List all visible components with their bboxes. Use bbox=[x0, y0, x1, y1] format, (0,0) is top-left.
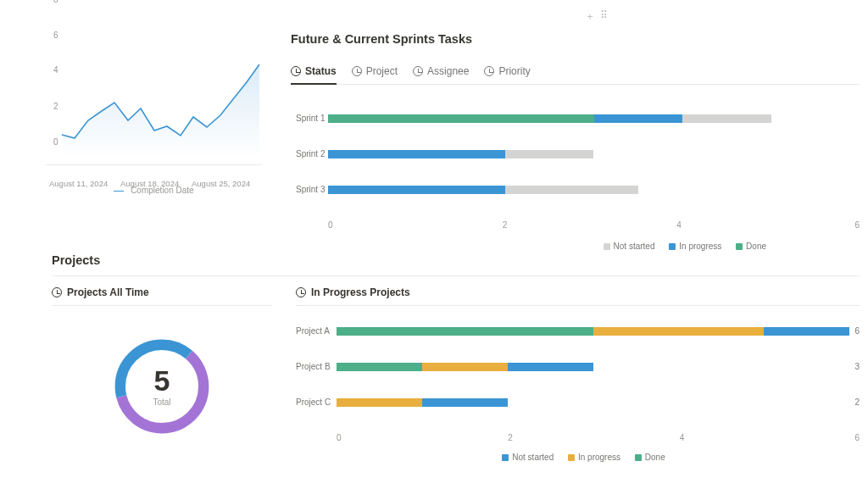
status-icon bbox=[291, 66, 301, 76]
inprog-title: In Progress Projects bbox=[296, 286, 860, 306]
bar-seg-inprogress bbox=[593, 327, 765, 336]
tab-status[interactable]: Status bbox=[291, 61, 337, 85]
block-handles[interactable]: ＋ ⠿ bbox=[585, 9, 608, 24]
inprog-bar-legend: Not started In progress Done bbox=[296, 453, 860, 462]
line-chart-svg bbox=[58, 0, 261, 158]
clock-icon bbox=[52, 287, 62, 297]
bar-seg-inprogress bbox=[328, 150, 505, 158]
bar-seg-inprogress bbox=[337, 398, 422, 407]
projects-alltime-panel: Projects All Time 5 Total bbox=[52, 286, 272, 442]
inprog-bar-row: Project C 2 bbox=[296, 397, 860, 407]
legend-sw-done bbox=[736, 243, 743, 250]
bar-seg-notstarted bbox=[505, 186, 638, 194]
bar-seg-notstarted bbox=[505, 150, 594, 158]
bar-seg-notstarted bbox=[682, 114, 771, 123]
bar-seg-inprogress bbox=[422, 363, 508, 371]
legend-sw-inprogress bbox=[669, 243, 676, 250]
inprog-bar-row: Project A 6 bbox=[296, 326, 860, 336]
line-chart-legend: Completion Date bbox=[46, 186, 262, 195]
legend-sw-inprogress bbox=[568, 454, 575, 461]
sprints-tabs: Status Project Assignee Priority bbox=[291, 61, 860, 85]
alltime-title: Projects All Time bbox=[52, 286, 272, 306]
legend-line-icon bbox=[114, 191, 124, 192]
bar-seg-notstarted bbox=[508, 363, 593, 371]
tab-project[interactable]: Project bbox=[352, 61, 398, 85]
assignee-icon bbox=[413, 66, 423, 76]
bar-seg-done bbox=[337, 327, 593, 336]
sprints-title: Future & Current Sprints Tasks bbox=[291, 32, 860, 46]
sprints-bar-row: Sprint 1 bbox=[296, 114, 860, 123]
projects-heading: Projects bbox=[52, 253, 860, 276]
projects-donut: 5 Total bbox=[107, 331, 217, 442]
inprog-bar-row: Project B 3 bbox=[296, 362, 860, 371]
sprints-bar-xaxis: 0 2 4 6 bbox=[296, 220, 860, 230]
line-chart: 8 6 4 2 0 August 11, 2024 August 18, 202… bbox=[46, 0, 262, 191]
bar-seg-inprogress bbox=[328, 186, 505, 194]
sprints-bar-row: Sprint 2 bbox=[296, 149, 860, 158]
legend-sw-notstarted bbox=[604, 243, 610, 250]
bar-seg-done bbox=[328, 114, 594, 123]
donut-value: 5 bbox=[154, 366, 170, 395]
inprogress-panel: In Progress Projects Project A 6 Project… bbox=[296, 286, 860, 462]
tab-assignee[interactable]: Assignee bbox=[413, 61, 469, 85]
legend-sw-notstarted bbox=[502, 454, 509, 461]
inprog-bar-xaxis: 0 2 4 6 bbox=[296, 433, 860, 442]
sprints-panel: Future & Current Sprints Tasks Status Pr… bbox=[291, 32, 860, 251]
add-block-icon[interactable]: ＋ bbox=[585, 9, 595, 24]
drag-handle-icon[interactable]: ⠿ bbox=[600, 9, 608, 24]
inprog-bar-chart: Project A 6 Project B 3 Project C 2 bbox=[296, 326, 860, 462]
bar-seg-inprogress bbox=[594, 114, 683, 123]
tab-priority[interactable]: Priority bbox=[484, 61, 530, 85]
donut-label: Total bbox=[153, 397, 170, 407]
legend-sw-done bbox=[635, 454, 642, 461]
sprints-bar-legend: Not started In progress Done bbox=[296, 242, 860, 251]
bar-seg-notstarted bbox=[422, 398, 508, 407]
clock-icon bbox=[296, 287, 306, 297]
project-icon bbox=[352, 66, 362, 76]
bar-seg-notstarted bbox=[764, 327, 849, 336]
priority-icon bbox=[484, 66, 494, 76]
sprints-bar-row: Sprint 3 bbox=[296, 185, 860, 194]
bar-seg-done bbox=[337, 363, 422, 371]
sprints-bar-chart: Sprint 1 Sprint 2 Sprint 3 0 2 4 bbox=[291, 114, 860, 251]
